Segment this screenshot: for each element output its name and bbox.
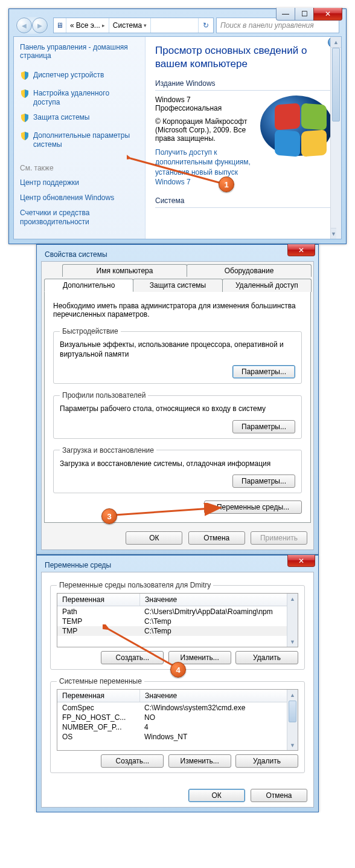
see-link-perf-tools[interactable]: Счетчики и средства производительности [20, 209, 138, 227]
list-item[interactable]: NUMBER_OF_P...4 [57, 722, 298, 732]
main-panel: ? Просмотр основных сведений о вашем ком… [146, 37, 341, 239]
tab-computer-name[interactable]: Имя компьютера [62, 264, 187, 277]
nav-forward-button[interactable]: ► [32, 18, 48, 33]
tab-advanced[interactable]: Дополнительно [44, 279, 133, 292]
dialog-title: Переменные среды [41, 560, 314, 572]
list-item[interactable]: PathC:\Users\Dmitry\AppData\Roaming\npm [57, 607, 298, 617]
breadcrumb-seg1[interactable]: « Все э...▸ [66, 18, 109, 33]
minimize-button[interactable]: — [276, 8, 295, 21]
performance-desc: Визуальные эффекты, использование процес… [60, 340, 295, 359]
profiles-legend: Профили пользователей [60, 391, 148, 400]
shield-icon [20, 131, 30, 149]
list-item[interactable]: TEMPC:\Temp [57, 617, 298, 626]
performance-group: Быстродействие Визуальные эффекты, испол… [53, 327, 302, 384]
close-button[interactable]: ✕ [287, 244, 315, 256]
profiles-group: Профили пользователей Параметры рабочего… [53, 391, 302, 439]
nav-back-button[interactable]: ◄ [16, 18, 32, 33]
startup-desc: Загрузка и восстановление системы, отлад… [60, 459, 295, 469]
scrollbar[interactable]: ▲ ▼ [330, 37, 341, 239]
see-link-action-center[interactable]: Центр поддержки [20, 178, 138, 187]
list-item[interactable]: TMPC:\Temp [57, 626, 298, 636]
dialog-title: Свойства системы [41, 249, 314, 261]
sidebar-item-device-manager[interactable]: Диспетчер устройств [20, 71, 138, 83]
sys-new-button[interactable]: Создать... [101, 754, 164, 768]
col-variable[interactable]: Переменная [57, 594, 140, 606]
performance-settings-button[interactable]: Параметры... [232, 365, 295, 378]
sidebar-item-protection[interactable]: Защита системы [20, 113, 138, 125]
see-link-windows-update[interactable]: Центр обновления Windows [20, 193, 138, 202]
scrollbar[interactable]: ▲▼ [287, 594, 298, 647]
list-item[interactable]: OSWindows_NT [57, 732, 298, 742]
sys-delete-button[interactable]: Удалить [235, 754, 298, 768]
user-vars-group: Переменные среды пользователя для Dmitry… [50, 581, 305, 670]
more-features-link[interactable]: Получить доступ к дополнительным функция… [155, 147, 252, 187]
col-value[interactable]: Значение [140, 690, 298, 702]
close-button[interactable]: ✕ [313, 8, 342, 21]
user-new-button[interactable]: Создать... [101, 651, 164, 664]
system-vars-legend: Системные переменные [57, 677, 144, 685]
startup-settings-button[interactable]: Параметры... [232, 474, 295, 488]
tab-hardware[interactable]: Оборудование [187, 264, 312, 277]
cancel-button[interactable]: Отмена [251, 789, 307, 802]
breadcrumb-seg2[interactable]: Система▾ [109, 18, 151, 33]
sidebar: Панель управления - домашняя страница Ди… [14, 37, 146, 239]
edition-label: Издание Windows [155, 79, 333, 88]
startup-legend: Загрузка и восстановление [60, 446, 156, 455]
system-window: — ☐ ✕ ◄ ► 🖥 « Все э...▸ Система▾ ↻ Поиск… [8, 8, 347, 244]
list-item[interactable]: ComSpecC:\Windows\system32\cmd.exe [57, 703, 298, 713]
sys-edit-button[interactable]: Изменить... [168, 754, 231, 768]
startup-group: Загрузка и восстановление Загрузка и вос… [53, 446, 302, 494]
env-vars-button[interactable]: Переменные среды... [204, 500, 302, 514]
sidebar-item-remote[interactable]: Настройка удаленного доступа [20, 89, 138, 107]
page-title: Просмотр основных сведений о вашем компь… [155, 44, 333, 71]
callout-3: 3 [101, 508, 117, 524]
windows-logo-icon [260, 96, 333, 156]
env-vars-dialog: ✕ Переменные среды Переменные среды поль… [36, 555, 319, 812]
profiles-desc: Параметры рабочего стола, относящиеся ко… [60, 404, 295, 414]
shield-icon [20, 113, 30, 125]
col-variable[interactable]: Переменная [57, 690, 140, 702]
profiles-settings-button[interactable]: Параметры... [232, 420, 295, 433]
performance-legend: Быстродействие [60, 327, 121, 335]
admin-note: Необходимо иметь права администратора дл… [53, 302, 302, 319]
breadcrumb[interactable]: 🖥 « Все э...▸ Система▾ ↻ [53, 18, 214, 33]
list-item[interactable]: FP_NO_HOST_C...NO [57, 713, 298, 722]
ok-button[interactable]: ОК [126, 531, 182, 545]
system-vars-list[interactable]: Переменная Значение ComSpecC:\Windows\sy… [57, 689, 298, 751]
tab-protection[interactable]: Защита системы [133, 279, 222, 292]
user-vars-list[interactable]: Переменная Значение PathC:\Users\Dmitry\… [57, 593, 298, 647]
close-button[interactable]: ✕ [287, 555, 315, 567]
apply-button[interactable]: Применить [251, 531, 307, 545]
shield-icon [20, 89, 30, 107]
user-delete-button[interactable]: Удалить [235, 651, 298, 664]
maximize-button[interactable]: ☐ [295, 8, 314, 21]
callout-1: 1 [219, 177, 234, 192]
shield-icon [20, 71, 30, 83]
user-vars-legend: Переменные среды пользователя для Dmitry [57, 581, 213, 589]
tab-remote[interactable]: Удаленный доступ [222, 279, 312, 292]
computer-icon: 🖥 [54, 18, 66, 33]
col-value[interactable]: Значение [140, 594, 298, 606]
ok-button[interactable]: ОК [188, 789, 245, 802]
cancel-button[interactable]: Отмена [188, 531, 245, 545]
home-link[interactable]: Панель управления - домашняя страница [20, 43, 138, 60]
copyright-text: © Корпорация Майкрософт (Microsoft Corp.… [155, 117, 258, 143]
scrollbar[interactable]: ▲▼ [287, 690, 298, 750]
sidebar-item-advanced[interactable]: Дополнительные параметры системы [20, 131, 138, 149]
system-label: Система [155, 196, 333, 205]
see-also-label: См. также [20, 164, 138, 172]
system-vars-group: Системные переменные Переменная Значение… [50, 677, 305, 773]
edition-name: Windows 7 Профессиональная [155, 96, 258, 112]
refresh-button[interactable]: ↻ [198, 18, 213, 33]
system-properties-dialog: ✕ Свойства системы Имя компьютера Оборуд… [36, 244, 319, 555]
